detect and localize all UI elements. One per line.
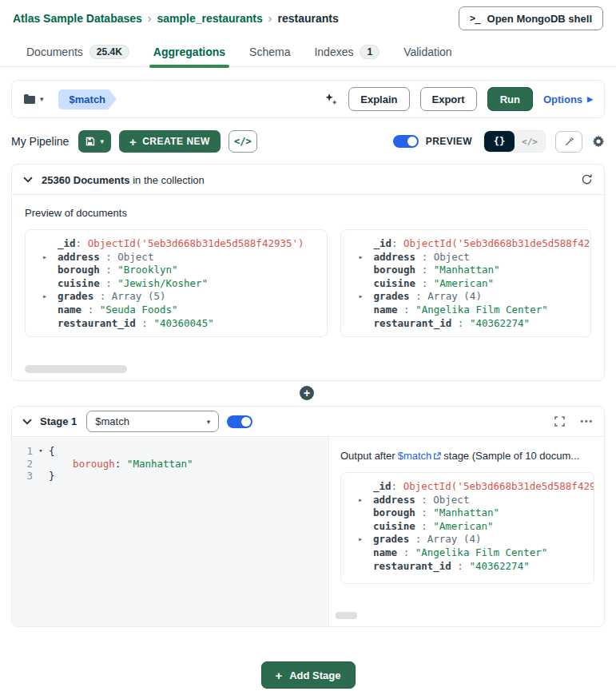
match-docs-link[interactable]: $match [398,450,442,462]
plus-icon: + [129,136,137,148]
document-field-row: restaurant_id : "40362274" [349,317,581,331]
expand-caret-icon[interactable]: ▸ [42,251,47,264]
tab-label: Indexes [314,46,353,58]
document-field-row: cuisine : "American" [349,277,581,291]
document-field-row: restaurant_id : "40362274" [349,560,586,574]
chevron-down-icon: ▾ [40,95,44,103]
document-field-row: borough : "Brooklyn" [34,264,317,277]
expand-caret-icon[interactable]: ▸ [358,251,363,264]
save-pipeline-button[interactable]: ▾ [78,130,111,153]
plus-icon: + [275,669,282,681]
tab-schema[interactable]: Schema [237,37,302,66]
open-mongodb-shell-button[interactable]: >_ Open MongoDB shell [459,6,603,30]
document-field-row: ▸address : Object [349,251,581,264]
refresh-icon [581,173,593,185]
line-number: 1 [12,445,33,458]
pipeline-toolbar: ▾ $match Explain Export Run Options ▶ [11,80,605,118]
document-count: 25360 Documents [42,174,130,186]
add-stage-between-button[interactable]: + [300,386,314,400]
documents-count-badge: 25.4K [89,45,129,59]
collection-header: Atlas Sample Databases › sample_restaura… [0,0,616,37]
expand-caret-icon[interactable]: ▸ [358,494,363,507]
breadcrumb-database-group[interactable]: Atlas Sample Databases [13,12,142,25]
expand-caret-icon[interactable]: ▸ [358,290,363,304]
document-field-row: name : "Angelika Film Center" [349,304,581,317]
collection-tabs: Documents 25.4K Aggregations Schema Inde… [0,37,616,67]
document-field-row: name : "Seuda Foods" [34,304,317,317]
breadcrumb: Atlas Sample Databases › sample_restaura… [13,12,339,25]
document-card: _id: ObjectId('5eb3d668b31de5d588f4294▸a… [340,229,591,337]
editor-line: 3} [12,470,328,483]
export-button[interactable]: Export [420,87,477,111]
editor-line: 2 borough: "Manhattan" [12,458,328,471]
document-field-row: cuisine : "Jewish/Kosher" [34,277,317,291]
saved-pipelines-button[interactable]: ▾ [23,93,44,105]
document-field-row: ▸grades : Array (4) [349,290,581,304]
fold-spacer [33,458,49,471]
stage-enabled-toggle[interactable] [227,415,252,428]
stage-output-panel: Output after $match stage (Sample of 10 … [329,438,604,626]
breadcrumb-separator-icon: › [148,12,152,25]
ai-sparkle-icon[interactable] [324,93,338,106]
editor-line: 1▾{ [12,445,328,458]
view-mode-segmented-control: {} </> [483,130,546,153]
tab-indexes[interactable]: Indexes 1 [302,37,391,66]
add-stage-button[interactable]: + Add Stage [260,661,355,689]
expand-caret-icon[interactable]: ▸ [42,290,47,304]
stage-operator-select[interactable]: $match ▾ [86,411,219,432]
tab-label: Aggregations [153,46,225,58]
tab-label: Schema [249,46,290,58]
stage-label: Stage 1 [40,415,77,427]
preview-toggle[interactable] [393,135,419,148]
arrow-right-icon: ▶ [587,95,593,103]
wand-icon [564,137,574,147]
refresh-button[interactable] [581,173,593,185]
document-card: _id: ObjectId('5eb3d668b31de5d588f42935'… [25,229,328,337]
tab-documents[interactable]: Documents 25.4K [14,37,141,66]
document-field-row: _id: ObjectId('5eb3d668b31de5d588f429 [349,480,586,494]
folder-icon [23,93,36,105]
breadcrumb-database[interactable]: sample_restaurants [157,12,263,25]
document-field-row: ▸address : Object [34,251,317,264]
breadcrumb-separator-icon: › [268,12,272,25]
external-link-icon [433,452,441,460]
pipeline-as-text-button[interactable]: </> [229,130,257,153]
explain-button[interactable]: Explain [348,87,409,111]
text-view-segment[interactable]: </> [515,131,545,152]
fold-caret-icon[interactable]: ▾ [33,445,49,458]
output-horizontal-scrollbar[interactable] [336,612,357,619]
focus-mode-button[interactable] [554,416,565,427]
options-label: Options [543,93,582,105]
expand-caret-icon[interactable]: ▸ [358,533,363,546]
collapse-chevron-icon[interactable] [22,419,32,425]
stage-chip-match[interactable]: $match [58,89,109,109]
match-link-label: $match [398,450,432,462]
run-button[interactable]: Run [487,87,533,111]
document-field-row: ▸grades : Array (5) [34,290,317,304]
create-new-pipeline-button[interactable]: + CREATE NEW [119,130,221,153]
document-field-row: _id: ObjectId('5eb3d668b31de5d588f42935'… [34,237,317,251]
settings-button[interactable] [592,135,605,148]
builder-view-segment[interactable]: {} [484,131,515,152]
collapse-chevron-icon[interactable] [23,177,33,183]
document-field-row: _id: ObjectId('5eb3d668b31de5d588f4294 [349,237,581,251]
tab-validation[interactable]: Validation [391,37,463,66]
document-field-row: borough : "Manhattan" [349,506,586,520]
pipeline-explain-wand-button[interactable] [555,131,582,153]
create-new-label: CREATE NEW [142,136,210,147]
horizontal-scrollbar[interactable] [25,365,127,373]
breadcrumb-collection: restaurants [278,12,339,25]
stage-options-menu-button[interactable]: ••• [580,417,594,426]
preview-label: PREVIEW [426,136,472,147]
document-field-row: name : "Angelika Film Center" [349,546,586,560]
document-field-row: borough : "Manhattan" [349,264,581,277]
fold-spacer [33,470,49,483]
tab-aggregations[interactable]: Aggregations [141,37,237,66]
options-toggle[interactable]: Options ▶ [543,93,593,105]
collection-documents-panel: 25360 Documents in the collection Previe… [11,164,605,381]
stage-1-panel: Stage 1 $match ▾ ••• 1▾{2 borough: "Manh… [11,406,605,627]
gear-icon [592,135,605,148]
document-cards-row: _id: ObjectId('5eb3d668b31de5d588f42935'… [12,229,604,337]
stage-code-editor[interactable]: 1▾{2 borough: "Manhattan"3} [12,438,329,626]
pipeline-settings-bar: My Pipeline ▾ + CREATE NEW </> PREVIEW {… [11,127,605,156]
